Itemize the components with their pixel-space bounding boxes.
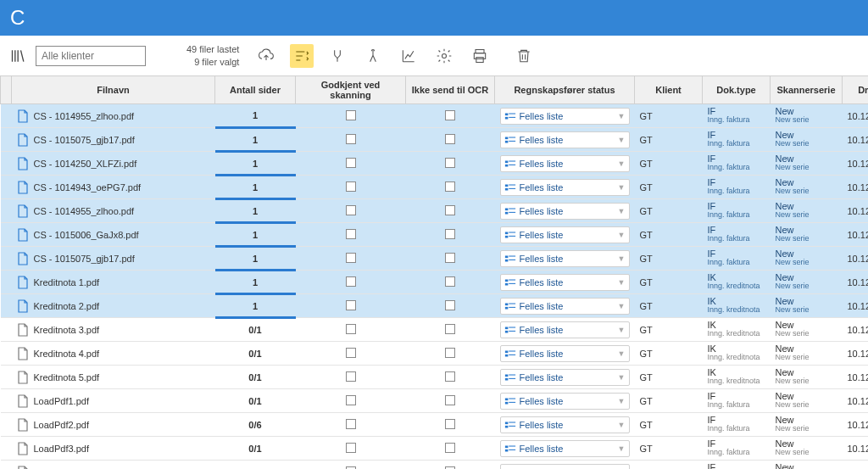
status-dropdown[interactable]: Felles liste▼: [500, 203, 630, 220]
table-row[interactable]: Kreditnota 3.pdf 0/1 Felles liste▼ GT IK…: [1, 318, 869, 342]
no-ocr-checkbox[interactable]: [445, 419, 455, 429]
approved-checkbox[interactable]: [346, 395, 356, 405]
approved-checkbox[interactable]: [346, 276, 356, 287]
col-checkbox[interactable]: [1, 76, 12, 104]
approved-checkbox[interactable]: [346, 134, 356, 144]
approved-checkbox[interactable]: [346, 324, 356, 334]
grid-scroll[interactable]: Filnavn Antall sider Godkjent ved skanni…: [0, 76, 868, 469]
table-row[interactable]: CS - 1015006_GaJx8.pdf 1 Felles liste▼ G…: [1, 223, 869, 247]
status-dropdown[interactable]: Felles liste▼: [500, 298, 630, 315]
page-count: 0/1: [248, 325, 261, 335]
no-ocr-checkbox[interactable]: [445, 348, 455, 358]
table-row[interactable]: CS - 1014955_zlhoo.pdf 1 Felles liste▼ G…: [1, 199, 869, 223]
file-icon: [17, 252, 29, 265]
status-dropdown[interactable]: Felles liste▼: [500, 226, 630, 243]
col-approved[interactable]: Godkjent ved skanning: [296, 76, 406, 104]
file-icon: [17, 394, 29, 408]
table-row[interactable]: LoadPdf4.pdf 0/1 Felles liste▼ GT IFInng…: [1, 461, 869, 470]
table-row[interactable]: Kreditnota 1.pdf 1 Felles liste▼ GT IKIn…: [1, 271, 869, 294]
no-ocr-checkbox[interactable]: [445, 466, 455, 470]
library-icon[interactable]: [8, 46, 29, 66]
col-filename[interactable]: Filnavn: [12, 76, 215, 104]
page-count: 0/6: [248, 420, 261, 430]
client-text: GT: [640, 182, 653, 193]
approved-checkbox[interactable]: [346, 300, 356, 310]
filter-button[interactable]: [290, 44, 314, 68]
no-ocr-checkbox[interactable]: [445, 324, 455, 334]
approved-checkbox[interactable]: [346, 371, 356, 382]
table-row[interactable]: Kreditnota 2.pdf 1 Felles liste▼ GT IKIn…: [1, 294, 869, 318]
approved-checkbox[interactable]: [346, 229, 356, 239]
table-row[interactable]: CS - 1014943_oePG7.pdf 1 Felles liste▼ G…: [1, 176, 869, 199]
status-dropdown[interactable]: Felles liste▼: [500, 155, 630, 172]
status-dropdown[interactable]: Felles liste▼: [500, 108, 630, 125]
table-row[interactable]: LoadPdf1.pdf 0/1 Felles liste▼ GT IFInng…: [1, 389, 869, 413]
no-ocr-checkbox[interactable]: [445, 110, 455, 120]
status-label: Felles liste: [520, 111, 564, 121]
status-dropdown[interactable]: Felles liste▼: [500, 250, 630, 267]
approved-checkbox[interactable]: [346, 181, 356, 192]
col-dropped[interactable]: Dropped Dato: [843, 76, 869, 104]
col-status[interactable]: Regnskapsfører status: [495, 76, 635, 104]
no-ocr-checkbox[interactable]: [445, 371, 455, 382]
no-ocr-checkbox[interactable]: [445, 181, 455, 192]
approved-checkbox[interactable]: [346, 110, 356, 120]
status-dropdown[interactable]: Felles liste▼: [500, 440, 630, 457]
chevron-down-icon: ▼: [618, 349, 626, 358]
no-ocr-checkbox[interactable]: [445, 253, 455, 263]
col-pages[interactable]: Antall sider: [215, 76, 296, 104]
table-row[interactable]: CS - 1014955_zlhoo.pdf 1 Felles liste▼ G…: [1, 104, 869, 128]
upload-button[interactable]: [254, 44, 278, 68]
skanner-cell: NewNew serie: [776, 226, 837, 243]
client-text: GT: [640, 420, 653, 430]
no-ocr-checkbox[interactable]: [445, 276, 455, 287]
table-row[interactable]: Kreditnota 5.pdf 0/1 Felles liste▼ GT IK…: [1, 366, 869, 389]
approved-checkbox[interactable]: [346, 466, 356, 470]
table-row[interactable]: LoadPdf2.pdf 0/6 Felles liste▼ GT IFInng…: [1, 413, 869, 437]
col-doktype[interactable]: Dok.type: [703, 76, 771, 104]
file-stats: 49 filer lastet 9 filer valgt: [186, 43, 239, 68]
no-ocr-checkbox[interactable]: [445, 395, 455, 405]
print-button[interactable]: [468, 44, 492, 68]
no-ocr-checkbox[interactable]: [445, 443, 455, 453]
col-no-ocr[interactable]: Ikke send til OCR: [406, 76, 495, 104]
approved-checkbox[interactable]: [346, 443, 356, 453]
status-dropdown[interactable]: Felles liste▼: [500, 131, 630, 148]
approved-checkbox[interactable]: [346, 348, 356, 358]
status-label: Felles liste: [520, 372, 564, 382]
table-row[interactable]: CS - 1014250_XLFZi.pdf 1 Felles liste▼ G…: [1, 152, 869, 176]
status-dropdown[interactable]: Felles liste▼: [500, 369, 630, 386]
no-ocr-checkbox[interactable]: [445, 134, 455, 144]
merge-button[interactable]: [326, 44, 349, 68]
filename-text: LoadPdf3.pdf: [34, 444, 89, 454]
no-ocr-checkbox[interactable]: [445, 158, 455, 168]
status-dropdown[interactable]: Felles liste▼: [500, 345, 630, 362]
approved-checkbox[interactable]: [346, 205, 356, 215]
approved-checkbox[interactable]: [346, 253, 356, 263]
svg-rect-20: [504, 208, 508, 210]
table-row[interactable]: LoadPdf3.pdf 0/1 Felles liste▼ GT IFInng…: [1, 437, 869, 461]
status-dropdown[interactable]: Felles liste▼: [500, 464, 630, 470]
split-button[interactable]: [361, 44, 385, 68]
status-dropdown[interactable]: Felles liste▼: [500, 274, 630, 291]
no-ocr-checkbox[interactable]: [445, 229, 455, 239]
table-row[interactable]: CS - 1015075_gjb17.pdf 1 Felles liste▼ G…: [1, 247, 869, 271]
approved-checkbox[interactable]: [346, 419, 356, 429]
status-dropdown[interactable]: Felles liste▼: [500, 321, 630, 338]
status-label: Felles liste: [520, 182, 564, 193]
col-client[interactable]: Klient: [635, 76, 703, 104]
col-skanner[interactable]: Skannerserie: [771, 76, 843, 104]
status-dropdown[interactable]: Felles liste▼: [500, 179, 630, 196]
chart-button[interactable]: [397, 44, 420, 68]
settings-button[interactable]: [432, 44, 456, 68]
status-dropdown[interactable]: Felles liste▼: [500, 393, 630, 410]
table-row[interactable]: Kreditnota 4.pdf 0/1 Felles liste▼ GT IK…: [1, 342, 869, 366]
no-ocr-checkbox[interactable]: [445, 300, 455, 310]
svg-rect-37: [509, 303, 515, 304]
status-dropdown[interactable]: Felles liste▼: [500, 416, 630, 433]
table-row[interactable]: CS - 1015075_gjb17.pdf 1 Felles liste▼ G…: [1, 128, 869, 152]
client-filter-input[interactable]: [36, 46, 146, 66]
delete-button[interactable]: [512, 44, 536, 68]
approved-checkbox[interactable]: [346, 158, 356, 168]
no-ocr-checkbox[interactable]: [445, 205, 455, 215]
